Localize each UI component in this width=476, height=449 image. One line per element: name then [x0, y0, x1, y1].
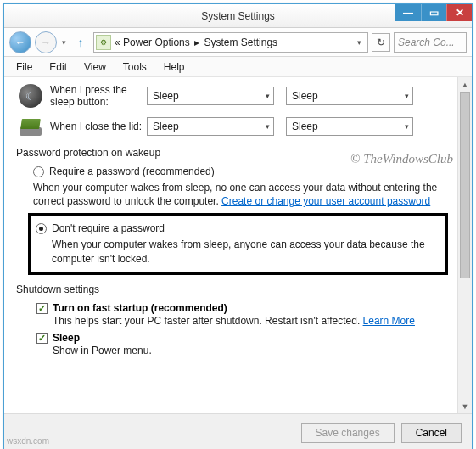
fast-startup-description: This helps start your PC faster after sh… [53, 315, 460, 327]
back-button[interactable]: ← [9, 31, 31, 53]
breadcrumb-item[interactable]: Power Options [123, 36, 190, 48]
image-credit: wsxdn.com [7, 436, 49, 446]
dont-require-password-radio[interactable] [36, 223, 47, 234]
password-section-title: Password protection on wakeup [16, 147, 460, 159]
window-controls: — ▭ ✕ [395, 4, 472, 21]
menu-tools[interactable]: Tools [115, 58, 155, 76]
scroll-down-button[interactable]: ▼ [458, 399, 472, 413]
lid-icon [16, 115, 45, 138]
vertical-scrollbar[interactable]: ▲ ▼ [457, 77, 472, 413]
menu-bar: File Edit View Tools Help [4, 57, 472, 77]
control-panel-icon: ⚙ [96, 35, 111, 50]
dont-require-password-description: When your computer wakes from sleep, any… [52, 238, 439, 265]
scroll-track[interactable] [458, 92, 472, 399]
close-lid-battery-dropdown[interactable]: Sleep▾ [147, 117, 274, 136]
breadcrumb: « Power Options ▸ System Settings [115, 36, 352, 48]
require-password-description: When your computer wakes from sleep, no … [33, 181, 460, 208]
sleep-button-icon: ☾ [16, 84, 45, 108]
save-changes-button[interactable]: Save changes [301, 423, 395, 443]
dont-require-password-option: Don't require a password [36, 222, 439, 234]
fast-startup-option: Turn on fast startup (recommended) [36, 302, 460, 314]
require-password-option: Require a password (recommended) [33, 166, 460, 177]
cancel-button[interactable]: Cancel [401, 423, 462, 443]
breadcrumb-item[interactable]: System Settings [204, 36, 277, 48]
navigation-bar: ← → ▾ ↑ ⚙ « Power Options ▸ System Setti… [4, 28, 472, 57]
dont-require-password-label: Don't require a password [52, 222, 439, 234]
shutdown-section-title: Shutdown settings [16, 283, 460, 295]
minimize-button[interactable]: — [395, 4, 421, 21]
address-bar[interactable]: ⚙ « Power Options ▸ System Settings ▾ [93, 32, 368, 53]
search-input[interactable]: Search Co... [394, 32, 467, 53]
titlebar: System Settings — ▭ ✕ [4, 4, 472, 28]
menu-view[interactable]: View [76, 58, 115, 76]
close-lid-label: When I close the lid: [50, 121, 147, 132]
sleep-checkbox[interactable] [36, 333, 48, 344]
close-lid-plugged-dropdown[interactable]: Sleep▾ [286, 117, 413, 136]
fast-startup-label: Turn on fast startup (recommended) [53, 302, 227, 314]
fast-startup-checkbox[interactable] [36, 303, 48, 314]
scroll-up-button[interactable]: ▲ [458, 77, 472, 92]
learn-more-link[interactable]: Learn More [363, 315, 415, 327]
menu-help[interactable]: Help [155, 58, 193, 76]
scroll-thumb[interactable] [460, 92, 470, 278]
refresh-button[interactable]: ↻ [372, 33, 390, 52]
menu-file[interactable]: File [8, 58, 41, 76]
content-area: ☾ When I press the sleep button: Sleep▾ … [4, 77, 472, 413]
sleep-option-description: Show in Power menu. [53, 345, 460, 356]
sleep-option: Sleep [36, 332, 460, 344]
address-dropdown[interactable]: ▾ [352, 38, 366, 47]
footer: Save changes Cancel [4, 413, 472, 449]
close-lid-row: When I close the lid: Sleep▾ Sleep▾ [16, 115, 460, 138]
highlighted-option: Don't require a password When your compu… [28, 213, 448, 274]
require-password-label: Require a password (recommended) [49, 166, 460, 177]
sleep-button-row: ☾ When I press the sleep button: Sleep▾ … [16, 84, 460, 108]
forward-button[interactable]: → [35, 31, 57, 53]
sleep-option-label: Sleep [53, 332, 80, 344]
up-button[interactable]: ↑ [71, 33, 90, 52]
history-dropdown[interactable]: ▾ [60, 38, 68, 47]
sleep-button-battery-dropdown[interactable]: Sleep▾ [147, 87, 274, 105]
close-button[interactable]: ✕ [446, 4, 472, 21]
require-password-radio[interactable] [33, 166, 44, 177]
menu-edit[interactable]: Edit [41, 58, 76, 76]
sleep-button-plugged-dropdown[interactable]: Sleep▾ [286, 87, 413, 105]
change-password-link[interactable]: Create or change your user account passw… [221, 195, 430, 207]
sleep-button-label: When I press the sleep button: [50, 84, 147, 108]
system-settings-window: System Settings — ▭ ✕ ← → ▾ ↑ ⚙ « Power … [3, 3, 473, 449]
maximize-button[interactable]: ▭ [421, 4, 446, 21]
